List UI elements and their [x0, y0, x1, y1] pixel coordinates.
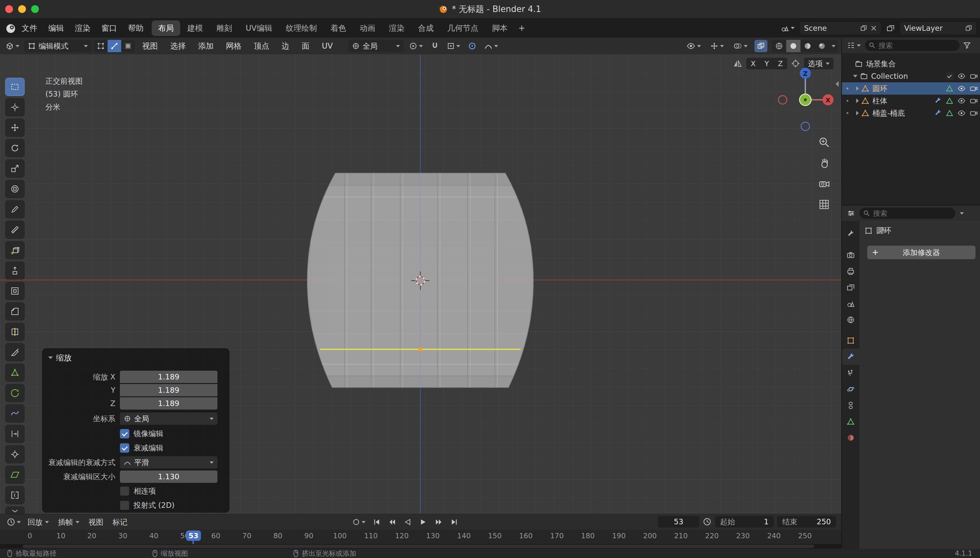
- tool-smooth[interactable]: [5, 404, 25, 423]
- ortho-grid-icon[interactable]: [818, 198, 830, 211]
- menu-add[interactable]: 添加: [193, 41, 218, 51]
- pivot-point-dropdown[interactable]: [407, 40, 425, 52]
- outliner-row-torus[interactable]: 圆环: [842, 82, 980, 95]
- mirror-x-button[interactable]: X: [746, 58, 760, 69]
- tab-physics[interactable]: [842, 381, 859, 397]
- tab-render[interactable]: [842, 247, 859, 263]
- prev-keyframe-button[interactable]: [385, 515, 399, 528]
- outliner-row-cylinder[interactable]: 柱体: [842, 95, 980, 107]
- tool-spin[interactable]: [5, 384, 25, 402]
- viewlayer-browse-button[interactable]: [884, 22, 897, 34]
- tab-scripting[interactable]: 脚本: [486, 20, 514, 36]
- tool-rip-region[interactable]: [5, 486, 25, 504]
- menu-mesh[interactable]: 网格: [221, 41, 246, 51]
- filter-icon[interactable]: [963, 41, 971, 49]
- zoom-icon[interactable]: [818, 136, 830, 148]
- editor-type-button[interactable]: [3, 40, 22, 52]
- orientation-select[interactable]: 全局: [120, 412, 217, 425]
- eye-icon[interactable]: [957, 109, 966, 117]
- tab-layout[interactable]: 布局: [152, 20, 180, 36]
- viewport-canvas[interactable]: 正交前视图 (53) 圆环 分米 X Y Z 选项: [0, 54, 841, 514]
- xray-toggle[interactable]: [754, 40, 767, 52]
- keying-menu[interactable]: 插帧: [54, 517, 84, 527]
- next-keyframe-button[interactable]: [432, 515, 446, 528]
- playhead-current-frame[interactable]: 53: [186, 530, 201, 541]
- camera-icon[interactable]: [970, 109, 978, 117]
- vertex-select-button[interactable]: [94, 40, 108, 52]
- tab-sculpting[interactable]: 雕刻: [210, 20, 238, 36]
- start-frame-field[interactable]: 起始1: [715, 516, 774, 528]
- scene-name-field[interactable]: Scene: [800, 22, 881, 34]
- proportional-falloff-dropdown[interactable]: [482, 40, 501, 52]
- outliner-editor-type-button[interactable]: [845, 39, 863, 51]
- menu-view[interactable]: 视图: [138, 41, 163, 51]
- expand-icon[interactable]: [856, 111, 859, 115]
- tool-move[interactable]: [5, 118, 25, 137]
- transform-orientation-dropdown[interactable]: 全局: [348, 40, 404, 52]
- tool-shear[interactable]: [5, 466, 25, 484]
- menu-select[interactable]: 选择: [165, 41, 190, 51]
- tool-shrink-fatten[interactable]: [5, 445, 25, 463]
- jump-to-end-button[interactable]: [448, 515, 461, 528]
- menu-render[interactable]: 渲染: [69, 23, 96, 33]
- play-reverse-button[interactable]: [401, 515, 414, 528]
- menu-window[interactable]: 窗口: [96, 23, 123, 33]
- tab-particles[interactable]: [842, 365, 859, 381]
- scale-y-field[interactable]: 1.189: [120, 384, 217, 396]
- projected-2d-checkbox[interactable]: [120, 501, 129, 510]
- proportional-editing-checkbox[interactable]: [120, 443, 129, 453]
- menu-face[interactable]: 面: [297, 41, 314, 51]
- outliner-search[interactable]: [865, 40, 960, 51]
- menu-uv[interactable]: UV: [317, 41, 338, 51]
- properties-search[interactable]: [859, 208, 955, 219]
- tool-box-select[interactable]: [5, 78, 25, 96]
- expand-icon[interactable]: [853, 75, 857, 77]
- snap-settings-dropdown[interactable]: [445, 40, 463, 52]
- tab-object-data[interactable]: [842, 414, 859, 430]
- rendered-shading-button[interactable]: [815, 40, 829, 52]
- timeline-scrollbar[interactable]: [0, 544, 841, 548]
- tab-geometry-nodes[interactable]: 几何节点: [441, 20, 485, 36]
- tab-output[interactable]: [842, 263, 859, 279]
- play-button[interactable]: [417, 515, 430, 528]
- camera-icon[interactable]: [970, 97, 978, 105]
- camera-icon[interactable]: [970, 84, 978, 93]
- end-frame-field[interactable]: 结束250: [777, 516, 836, 528]
- tool-annotate[interactable]: [5, 200, 25, 218]
- tool-inset-faces[interactable]: [5, 282, 25, 300]
- tab-modifiers[interactable]: [842, 349, 859, 365]
- tool-bevel[interactable]: [5, 302, 25, 320]
- marker-menu[interactable]: 标记: [108, 517, 132, 527]
- outliner-row-scene-collection[interactable]: 场景集合: [842, 58, 980, 70]
- chevron-down-icon[interactable]: [960, 212, 964, 215]
- visibility-dropdown[interactable]: [684, 40, 703, 52]
- auto-keying-toggle[interactable]: [350, 516, 368, 528]
- camera-icon[interactable]: [970, 72, 978, 80]
- add-modifier-button[interactable]: 添加修改器: [867, 246, 975, 259]
- scene-browse-button[interactable]: [778, 22, 797, 34]
- snap-toggle[interactable]: [428, 40, 442, 52]
- mirror-editing-checkbox[interactable]: [120, 429, 129, 438]
- edge-select-button[interactable]: [108, 40, 121, 52]
- camera-view-icon[interactable]: [818, 177, 830, 190]
- tool-scale[interactable]: [5, 159, 25, 177]
- tab-shading[interactable]: 着色: [324, 20, 353, 36]
- tab-view-layer[interactable]: [842, 279, 859, 295]
- close-icon[interactable]: [870, 25, 877, 31]
- menu-vertex[interactable]: 顶点: [249, 41, 274, 51]
- eye-icon[interactable]: [957, 97, 966, 105]
- scale-z-field[interactable]: 1.189: [120, 397, 217, 410]
- eye-icon[interactable]: [957, 84, 966, 93]
- scale-x-field[interactable]: 1.189: [120, 371, 217, 383]
- tab-animation[interactable]: 动画: [353, 20, 382, 36]
- material-shading-button[interactable]: [801, 40, 815, 52]
- tab-world[interactable]: [842, 312, 859, 328]
- current-frame-field[interactable]: 53: [658, 516, 699, 528]
- menu-edit[interactable]: 编辑: [43, 23, 69, 33]
- tool-cursor[interactable]: [5, 98, 25, 117]
- tab-material[interactable]: [842, 430, 859, 446]
- proportional-size-field[interactable]: 1.130: [120, 471, 217, 483]
- add-workspace-icon[interactable]: [518, 24, 526, 32]
- tool-poly-build[interactable]: [5, 364, 25, 382]
- menu-edge[interactable]: 边: [277, 41, 294, 51]
